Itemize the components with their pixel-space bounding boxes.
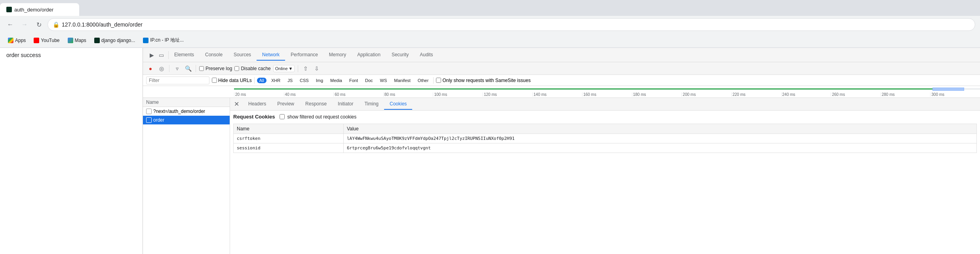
filter-js-button[interactable]: JS: [285, 78, 295, 83]
timeline-160ms: 160 ms: [582, 92, 632, 97]
detail-tab-bar: ✕ Headers Preview Response Initiator Tim…: [230, 98, 980, 111]
filter-all-button[interactable]: All: [257, 78, 266, 83]
disable-cache-checkbox[interactable]: [234, 66, 239, 71]
apps-favicon: [8, 38, 13, 43]
timeline-200ms: 200 ms: [681, 92, 731, 97]
online-text: Online: [275, 66, 288, 71]
online-select[interactable]: Online ▼: [273, 65, 295, 72]
request-redirect[interactable]: ?next=/auth_demo/order: [143, 107, 230, 116]
samesite-label[interactable]: Only show requests with SameSite issues: [436, 78, 531, 83]
requests-list: Name ?next=/auth_demo/order order: [143, 98, 230, 254]
online-chevron: ▼: [289, 66, 293, 71]
filter-manifest-button[interactable]: Manifest: [392, 78, 413, 83]
filter-xhr-button[interactable]: XHR: [269, 78, 283, 83]
request-cookies-title: Request Cookies: [233, 114, 275, 120]
tab-audits[interactable]: Audits: [414, 50, 438, 61]
network-panel: Name ?next=/auth_demo/order order ✕ Head…: [143, 98, 980, 254]
reload-button[interactable]: ↻: [33, 19, 44, 30]
bookmark-django[interactable]: django django...: [91, 36, 138, 44]
bookmark-ipcn[interactable]: IP.cn - IP 地址...: [140, 36, 187, 45]
filter-input[interactable]: [146, 76, 209, 84]
filter-bar: Hide data URLs All XHR JS CSS Img Media …: [143, 75, 980, 86]
timeline-280ms: 280 ms: [881, 92, 931, 97]
page-content: order success: [0, 48, 143, 254]
filter-icon[interactable]: ▿: [173, 64, 181, 73]
hide-data-urls-checkbox[interactable]: [212, 78, 217, 83]
detail-close-button[interactable]: ✕: [232, 99, 241, 109]
samesite-checkbox[interactable]: [436, 78, 441, 83]
preserve-log-checkbox[interactable]: [199, 66, 204, 71]
page-order-success: order success: [6, 52, 41, 58]
tab-network[interactable]: Network: [257, 50, 285, 61]
back-button[interactable]: ←: [5, 19, 16, 30]
request-order-label: order: [153, 117, 164, 123]
timeline-20ms: 20 ms: [234, 92, 284, 97]
network-toolbar: ● ◎ ▿ 🔍 Preserve log Disable cache Onlin…: [143, 62, 980, 75]
timeline-240ms: 240 ms: [781, 92, 831, 97]
bookmark-youtube[interactable]: YouTube: [30, 36, 63, 44]
tab-elements[interactable]: Elements: [169, 50, 200, 61]
tab-memory[interactable]: Memory: [323, 50, 352, 61]
detail-tab-initiator[interactable]: Initiator: [332, 99, 359, 110]
forward-button[interactable]: →: [19, 19, 30, 30]
detail-panel: ✕ Headers Preview Response Initiator Tim…: [230, 98, 980, 254]
timeline-40ms: 40 ms: [284, 92, 334, 97]
filter-css-button[interactable]: CSS: [297, 78, 311, 83]
detail-tab-response[interactable]: Response: [300, 99, 332, 110]
timeline-100ms: 100 ms: [433, 92, 483, 97]
tab-sources[interactable]: Sources: [228, 50, 257, 61]
bookmarks-bar: Apps YouTube Maps django django... IP.cn…: [0, 33, 980, 48]
preserve-log-label[interactable]: Preserve log: [199, 66, 232, 71]
search-icon[interactable]: 🔍: [184, 64, 192, 73]
active-tab[interactable]: auth_demo/order: [0, 3, 79, 16]
bookmark-apps[interactable]: Apps: [5, 36, 29, 44]
cookies-col-value: Value: [343, 124, 976, 134]
address-bar[interactable]: 🔒 127.0.0.1:8000/auth_demo/order: [48, 18, 975, 31]
detail-tab-headers[interactable]: Headers: [243, 99, 272, 110]
tab-security[interactable]: Security: [386, 50, 414, 61]
upload-icon[interactable]: ⇧: [301, 64, 310, 73]
filter-font-button[interactable]: Font: [347, 78, 360, 83]
filter-media-button[interactable]: Media: [328, 78, 344, 83]
tab-title: auth_demo/order: [14, 7, 53, 13]
tab-bar: auth_demo/order: [0, 0, 980, 16]
cookie-csrftoken-row[interactable]: csrftoken lAY4WwFNkwu4uSAyoTM0K9zVFFdmYd…: [234, 134, 977, 143]
timeline-140ms: 140 ms: [533, 92, 582, 97]
maps-favicon: [68, 38, 73, 43]
tab-application[interactable]: Application: [352, 50, 386, 61]
cookie-sessionid-row[interactable]: sessionid 6rtprceg8ru6w5pe19cdofvloqqtvg…: [234, 143, 977, 153]
timeline-300ms: 300 ms: [930, 92, 980, 97]
detail-tab-preview[interactable]: Preview: [272, 99, 300, 110]
filter-other-button[interactable]: Other: [415, 78, 431, 83]
request-order[interactable]: order: [143, 116, 230, 124]
inspect-icon[interactable]: ▶: [148, 51, 156, 59]
device-icon[interactable]: ▭: [157, 51, 165, 59]
disable-cache-label[interactable]: Disable cache: [234, 66, 270, 71]
youtube-favicon: [34, 38, 39, 43]
ipcn-favicon: [143, 38, 148, 43]
filter-ws-button[interactable]: WS: [378, 78, 390, 83]
preserve-log-text: Preserve log: [206, 66, 232, 71]
redirect-icon: [146, 109, 152, 114]
filter-img-button[interactable]: Img: [314, 78, 325, 83]
show-filtered-checkbox[interactable]: [280, 114, 285, 119]
clear-button[interactable]: ◎: [157, 64, 166, 73]
tab-console[interactable]: Console: [200, 50, 228, 61]
download-icon[interactable]: ⇩: [312, 64, 321, 73]
samesite-text: Only show requests with SameSite issues: [442, 78, 531, 83]
detail-tab-cookies[interactable]: Cookies: [384, 99, 412, 110]
hide-data-urls-label[interactable]: Hide data URLs: [212, 78, 252, 83]
show-filtered-label[interactable]: show filtered out request cookies: [280, 114, 356, 120]
devtools-panel: ▶ ▭ Elements Console Sources Network Per…: [143, 48, 980, 254]
request-cookies-header: Request Cookies show filtered out reques…: [233, 114, 977, 120]
record-button[interactable]: ●: [146, 64, 155, 73]
tab-favicon: [6, 7, 12, 12]
filter-doc-button[interactable]: Doc: [363, 78, 375, 83]
detail-tab-timing[interactable]: Timing: [359, 99, 384, 110]
bookmark-maps[interactable]: Maps: [65, 36, 89, 44]
tab-performance[interactable]: Performance: [285, 50, 323, 61]
cookies-panel: Request Cookies show filtered out reques…: [230, 111, 980, 254]
toolbar-separator-1: [169, 65, 169, 72]
timeline-120ms: 120 ms: [483, 92, 533, 97]
disable-cache-text: Disable cache: [241, 66, 270, 71]
